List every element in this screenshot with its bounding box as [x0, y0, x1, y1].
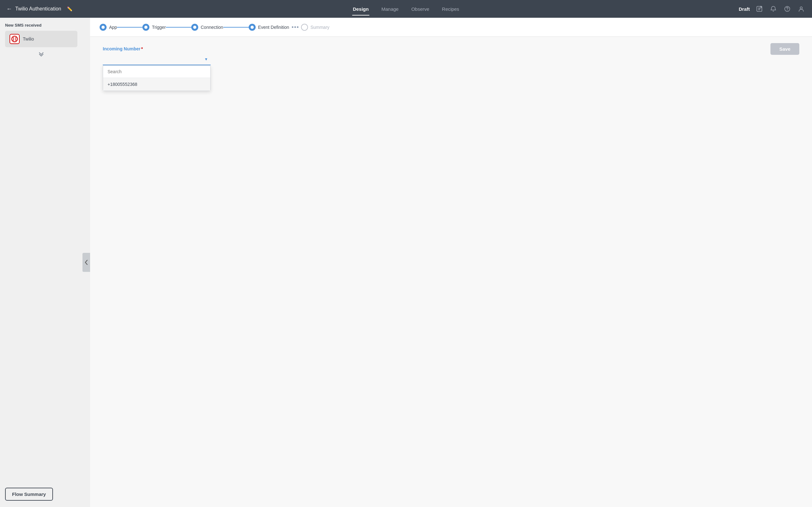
nav-back[interactable]: ← Twilio Authentication ✏️ [6, 6, 72, 12]
svg-point-3 [800, 7, 803, 9]
sidebar-card-label: New SMS received [5, 23, 78, 27]
chevron-down-icon[interactable] [5, 50, 78, 59]
tab-design[interactable]: Design [346, 4, 375, 14]
bell-icon[interactable] [769, 4, 778, 13]
step-dot-3 [297, 26, 299, 28]
step-label-trigger: Trigger [152, 25, 166, 30]
required-indicator: * [141, 46, 143, 51]
flow-summary-button[interactable]: Flow Summary [5, 488, 53, 501]
step-event-definition[interactable]: Event Definition [249, 24, 289, 31]
save-button[interactable]: Save [770, 43, 799, 55]
sidebar-twilio-item[interactable]: Twilio [5, 31, 78, 47]
dropdown-panel: +18005552368 [103, 65, 211, 91]
content-area: App Trigger Connection [90, 18, 812, 507]
draft-label: Draft [739, 6, 750, 12]
export-icon[interactable] [755, 4, 764, 13]
step-circle-event-definition [249, 24, 256, 31]
dropdown-search-container [103, 66, 210, 78]
step-circle-summary [301, 24, 308, 31]
step-label-summary: Summary [310, 25, 329, 30]
step-label-event-definition: Event Definition [258, 25, 289, 30]
twilio-logo [9, 34, 20, 44]
step-connector-3 [223, 27, 249, 27]
step-dot-2 [294, 26, 296, 28]
svg-point-5 [13, 38, 14, 39]
svg-point-6 [15, 38, 16, 39]
step-circle-connection [191, 24, 198, 31]
incoming-number-dropdown[interactable]: ▼ [103, 54, 211, 65]
step-label-app: App [109, 25, 117, 30]
dropdown-search-input[interactable] [107, 69, 206, 74]
step-summary[interactable]: Summary [301, 24, 329, 31]
nav-right: Draft [739, 4, 806, 13]
form-area: Incoming Number* ▼ +18005552368 Save [90, 37, 812, 507]
top-nav: ← Twilio Authentication ✏️ Design Manage… [0, 0, 812, 18]
tab-recipes[interactable]: Recipes [436, 4, 465, 14]
dropdown-arrow-icon: ▼ [204, 57, 208, 61]
edit-icon[interactable]: ✏️ [67, 6, 72, 11]
user-icon[interactable] [797, 4, 806, 13]
svg-point-7 [13, 39, 14, 41]
step-label-connection: Connection [201, 25, 223, 30]
svg-point-8 [15, 39, 16, 41]
svg-point-2 [787, 10, 788, 11]
step-connector-1 [117, 27, 142, 27]
incoming-number-label: Incoming Number* [103, 46, 799, 51]
step-app[interactable]: App [100, 24, 117, 31]
step-bar: App Trigger Connection [90, 18, 812, 37]
nav-tabs: Design Manage Observe Recipes [346, 4, 465, 14]
step-dots [289, 26, 301, 28]
step-trigger[interactable]: Trigger [142, 24, 166, 31]
sidebar-item-label: Twilio [23, 37, 34, 42]
tab-manage[interactable]: Manage [375, 4, 405, 14]
step-circle-app [100, 24, 107, 31]
step-dot-1 [292, 26, 293, 28]
back-arrow-icon: ← [6, 6, 12, 12]
svg-point-4 [12, 36, 17, 42]
step-connector-2 [166, 27, 191, 27]
step-circle-trigger [142, 24, 149, 31]
nav-title: Twilio Authentication [15, 6, 61, 12]
sidebar-collapse-handle[interactable] [83, 253, 90, 272]
help-icon[interactable] [783, 4, 792, 13]
main-layout: New SMS received Twilio Flow Summary [0, 18, 812, 507]
tab-observe[interactable]: Observe [405, 4, 436, 14]
step-connection[interactable]: Connection [191, 24, 223, 31]
dropdown-option-0[interactable]: +18005552368 [103, 78, 210, 91]
sidebar: New SMS received Twilio Flow Summary [0, 18, 83, 507]
